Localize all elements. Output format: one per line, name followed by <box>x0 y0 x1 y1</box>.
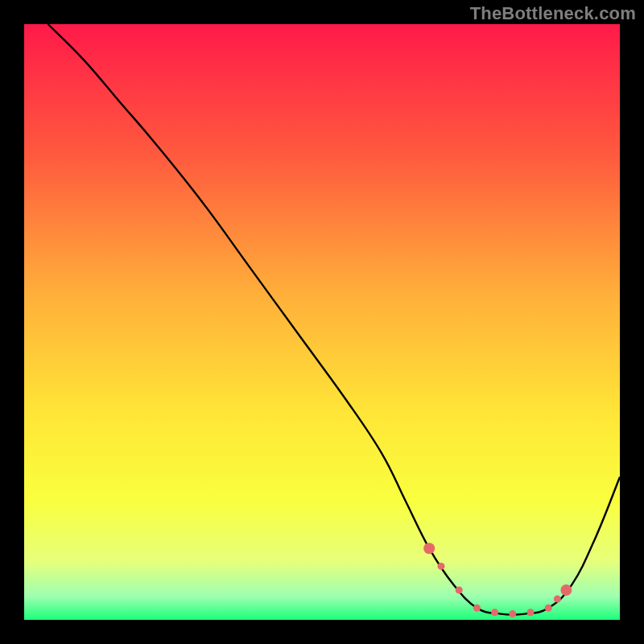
highlight-point <box>509 610 516 617</box>
highlight-point <box>491 609 498 616</box>
chart-svg <box>24 24 620 620</box>
background-gradient <box>24 24 620 620</box>
highlight-point <box>554 596 561 603</box>
highlight-point <box>545 605 552 612</box>
plot-area <box>24 24 620 620</box>
highlight-point <box>456 587 463 594</box>
chart-container: TheBottleneck.com <box>0 0 644 644</box>
highlight-cap <box>560 584 572 596</box>
highlight-point <box>473 605 481 612</box>
highlight-point <box>527 609 535 616</box>
highlight-point <box>438 563 445 570</box>
highlight-cap <box>423 543 435 554</box>
watermark-text: TheBottleneck.com <box>470 3 636 24</box>
